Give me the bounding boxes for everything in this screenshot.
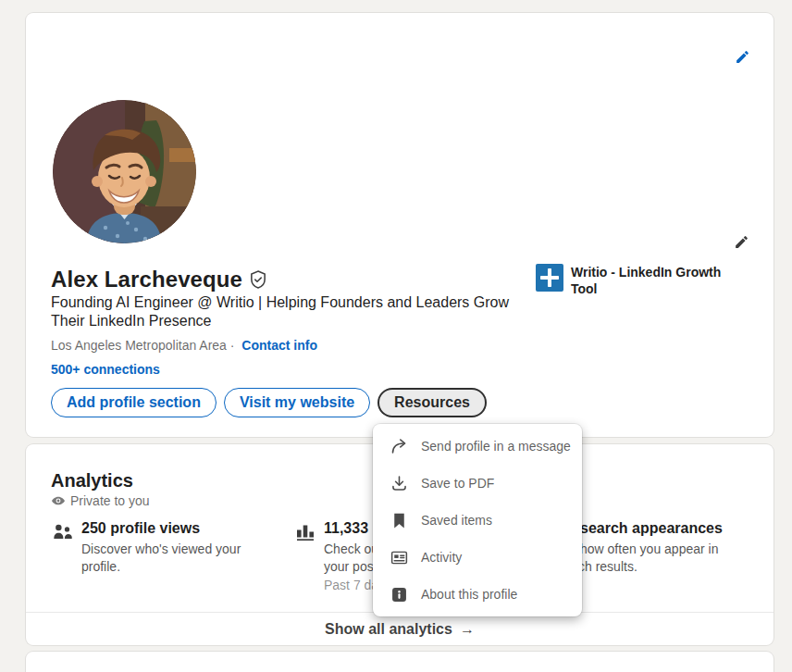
edit-intro-button[interactable] [726,227,756,256]
menu-item-save-pdf[interactable]: Save to PDF [373,465,582,502]
profile-name: Alex Larcheveque [51,267,242,292]
verified-badge-icon[interactable] [248,269,268,290]
stat-desc: your pos [324,558,378,576]
privacy-label: Private to you [70,493,150,508]
menu-item-label: Send profile in a message [421,439,571,454]
info-icon [390,585,409,604]
activity-card-icon [390,548,409,567]
pencil-icon [735,49,750,65]
visit-website-button[interactable]: Visit my website [224,388,370,417]
location-text: Los Angeles Metropolitan Area [51,338,227,353]
location-row: Los Angeles Metropolitan Area · Contact … [51,338,317,353]
stat-title: search appearances [580,520,723,537]
menu-item-label: Save to PDF [421,476,494,491]
stat-desc: ch results. [578,558,723,576]
privacy-row: Private to you [51,493,150,508]
arrow-right-icon: → [460,621,475,638]
footer-label: Show all analytics [325,621,452,638]
menu-item-activity[interactable]: Activity [373,539,582,576]
profile-headline: Founding AI Engineer @ Writio | Helping … [51,293,527,330]
stat-period: Past 7 da [324,577,378,594]
people-icon [51,521,74,576]
pencil-icon [734,234,749,250]
resources-menu: Send profile in a message Save to PDF Sa… [373,424,582,616]
menu-item-about-profile[interactable]: About this profile [373,576,582,613]
profile-card: Alex Larcheveque Founding AI Engineer @ … [26,13,773,437]
analytics-title: Analytics [51,470,133,492]
eye-icon [51,493,66,508]
location-separator: · [230,338,235,353]
stat-desc: Discover who's viewed your [81,541,241,558]
stat-desc: Check ou [324,541,378,558]
bookmark-icon [390,511,409,530]
contact-info-link[interactable]: Contact info [241,338,317,353]
share-arrow-icon [390,437,409,456]
edit-banner-button[interactable] [727,42,757,71]
menu-item-label: About this profile [421,587,517,602]
stat-search-appearances[interactable]: search appearances how often you appear … [580,520,765,576]
stat-desc: profile. [81,558,241,576]
menu-item-label: Saved items [421,513,492,528]
add-profile-section-button[interactable]: Add profile section [51,388,217,417]
menu-item-send-profile[interactable]: Send profile in a message [373,428,582,465]
resources-button[interactable]: Resources [377,388,487,417]
plus-icon [536,264,563,292]
stat-title: 11,333 [324,520,378,537]
stat-desc: how often you appear in [580,541,723,558]
connections-link[interactable]: 500+ connections [51,362,160,377]
promo-writio[interactable]: Writio - LinkedIn Growth Tool [536,264,749,297]
next-card [26,652,773,672]
promo-title: Writio - LinkedIn Growth Tool [571,264,730,297]
show-all-analytics-link[interactable]: Show all analytics → [26,613,773,645]
menu-item-label: Activity [421,550,462,565]
stat-profile-views[interactable]: 250 profile views Discover who's viewed … [51,520,282,576]
download-icon [390,474,409,493]
menu-item-saved-items[interactable]: Saved items [373,502,582,539]
stat-title: 250 profile views [81,520,241,537]
profile-actions: Add profile section Visit my website Res… [51,388,487,417]
name-row: Alex Larcheveque [51,267,268,292]
avatar[interactable] [53,100,196,243]
bar-chart-icon [294,521,316,594]
